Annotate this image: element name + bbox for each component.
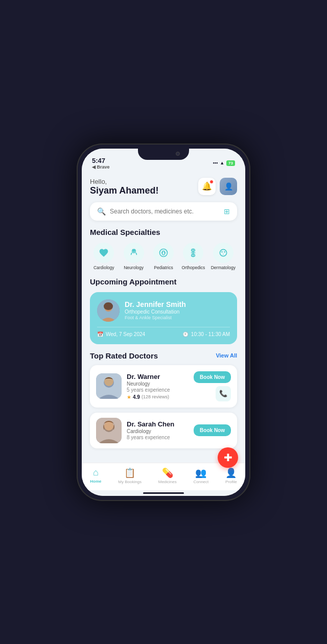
svg-point-6 — [165, 252, 166, 253]
profile-icon: 👤 — [225, 467, 237, 479]
filter-icon[interactable]: ⊞ — [224, 207, 230, 216]
greeting-text: Hello, — [90, 178, 158, 185]
bookings-icon: 📋 — [124, 467, 135, 479]
specialties-title: Medical Specialties — [90, 228, 237, 236]
doctor-sarah-experience: 8 years experience — [127, 435, 189, 440]
specialty-orthopedics[interactable]: Orthopedics — [179, 243, 207, 270]
svg-point-5 — [162, 252, 163, 253]
home-icon: ⌂ — [93, 467, 99, 478]
appointment-section: Upcoming Appointment — [90, 277, 237, 344]
main-content: Hello, Siyam Ahamed! 🔔 👤 🔍 ⊞ — [82, 172, 245, 463]
search-bar[interactable]: 🔍 ⊞ — [90, 202, 237, 221]
greeting-block: Hello, Siyam Ahamed! — [90, 178, 158, 196]
specialty-neurology[interactable]: Neurology — [120, 243, 147, 270]
specialty-dermatology[interactable]: Dermatology — [209, 243, 237, 270]
search-icon: 🔍 — [97, 207, 106, 216]
fab-button[interactable]: ✚ — [218, 447, 238, 468]
svg-point-11 — [224, 251, 225, 253]
specialty-cardiology[interactable]: Cardiology — [90, 243, 118, 270]
home-indicator — [82, 490, 245, 496]
cardiology-icon — [94, 243, 114, 263]
medicines-icon: 💊 — [162, 467, 173, 479]
appointment-title: Upcoming Appointment — [90, 277, 237, 286]
notification-button[interactable]: 🔔 — [198, 178, 216, 195]
header: Hello, Siyam Ahamed! 🔔 👤 — [90, 178, 237, 196]
connect-icon: 👥 — [195, 467, 206, 479]
book-warner-button[interactable]: Book Now — [194, 371, 231, 383]
doctor-warner-specialty: Neurology — [127, 381, 189, 387]
view-all-button[interactable]: View All — [216, 352, 237, 359]
doctor-warner-name: Dr. Warner — [127, 373, 189, 380]
doctor-warner-actions: Book Now 📞 — [194, 371, 231, 401]
wifi-icon: ▲ — [220, 160, 224, 165]
svg-point-9 — [220, 249, 226, 256]
svg-point-10 — [221, 251, 223, 253]
appointment-sub-specialty: Foot & Ankle Specialist — [125, 315, 186, 320]
nav-item-connect[interactable]: 👥 Connect — [193, 467, 208, 484]
doctor-sarah-avatar — [96, 418, 122, 443]
header-actions: 🔔 👤 — [198, 178, 237, 195]
top-doctors-section: Top Rated Doctors View All — [90, 351, 237, 448]
doctor-warner-rating-num: 4.9 — [133, 394, 140, 400]
signal-icon: ▪▪▪ — [213, 160, 218, 165]
specialties-row: Cardiology Neurology Pediatrics — [90, 243, 237, 270]
nav-bookings-label: My Bookings — [118, 480, 142, 484]
appointment-doctor-info: Dr. Jennifer Smith Orthopedic Consultati… — [125, 300, 186, 320]
status-left: 5:47 ◀ Brave — [92, 157, 110, 170]
nav-home-label: Home — [90, 479, 101, 484]
appointment-doctor-avatar-img — [97, 299, 120, 322]
doctor-warner-rating: ★ 4.9 (128 reviews) — [127, 394, 189, 400]
doctor-sarah-actions: Book Now — [194, 424, 231, 436]
bottom-navigation: ⌂ Home 📋 My Bookings 💊 Medicines 👥 Conne… — [82, 463, 245, 490]
specialty-pediatrics[interactable]: Pediatrics — [150, 243, 177, 270]
avatar-button[interactable]: 👤 — [220, 178, 237, 195]
status-time: 5:47 — [92, 157, 110, 164]
svg-point-3 — [134, 249, 135, 250]
doctor-warner-experience: 5 years experience — [127, 387, 189, 393]
clock-icon: 🕙 — [182, 331, 189, 337]
battery-indicator: 73 — [226, 160, 235, 166]
neurology-icon — [124, 243, 144, 263]
nav-item-profile[interactable]: 👤 Profile — [225, 467, 237, 484]
dermatology-icon — [213, 243, 233, 263]
specialties-section: Medical Specialties Cardiology Neurology — [90, 228, 237, 270]
appointment-card[interactable]: Dr. Jennifer Smith Orthopedic Consultati… — [90, 292, 237, 344]
dermatology-label: Dermatology — [211, 265, 236, 270]
svg-point-1 — [133, 250, 134, 252]
home-bar — [143, 492, 184, 494]
phone-screen: 5:47 ◀ Brave ▪▪▪ ▲ 73 Hello, Siyam Ahame… — [82, 149, 245, 496]
call-warner-button[interactable]: 📞 — [216, 386, 231, 401]
doctor-warner-info: Dr. Warner Neurology 5 years experience … — [127, 373, 189, 400]
doctor-sarah-name: Dr. Sarah Chen — [127, 420, 189, 428]
phone-frame: 5:47 ◀ Brave ▪▪▪ ▲ 73 Hello, Siyam Ahame… — [77, 144, 250, 501]
front-camera — [176, 152, 180, 156]
appointment-date: 📅 Wed, 7 Sep 2024 — [97, 331, 145, 337]
nav-item-bookings[interactable]: 📋 My Bookings — [118, 467, 142, 484]
doctor-warner-reviews: (128 reviews) — [142, 394, 169, 399]
appointment-doctor-name: Dr. Jennifer Smith — [125, 300, 186, 308]
book-sarah-button[interactable]: Book Now — [194, 424, 231, 436]
orthopedics-label: Orthopedics — [182, 265, 205, 270]
svg-point-4 — [160, 249, 168, 256]
doctor-warner-avatar — [96, 373, 122, 399]
doctor-sarah-info: Dr. Sarah Chen Cardiology 8 years experi… — [127, 420, 189, 440]
doctor-sarah-specialty: Cardiology — [127, 428, 189, 434]
search-input[interactable] — [110, 208, 220, 215]
notification-badge — [209, 180, 214, 184]
appointment-time: 🕙 10:30 - 11:30 AM — [182, 331, 230, 337]
user-name: Siyam Ahamed! — [90, 185, 158, 196]
nav-medicines-label: Medicines — [158, 480, 177, 484]
nav-item-home[interactable]: ⌂ Home — [90, 467, 101, 484]
top-doctors-header: Top Rated Doctors View All — [90, 351, 237, 360]
nav-profile-label: Profile — [225, 480, 237, 484]
nav-connect-label: Connect — [193, 480, 208, 484]
nav-item-medicines[interactable]: 💊 Medicines — [158, 467, 177, 484]
notch — [138, 149, 189, 160]
neurology-label: Neurology — [124, 265, 144, 270]
doctor-card-sarah[interactable]: Dr. Sarah Chen Cardiology 8 years experi… — [90, 413, 237, 448]
pediatrics-icon — [153, 243, 174, 263]
appointment-specialty: Orthopedic Consultation — [125, 309, 186, 315]
doctor-card-warner[interactable]: Dr. Warner Neurology 5 years experience … — [90, 365, 237, 408]
status-right: ▪▪▪ ▲ 73 — [213, 160, 235, 166]
calendar-icon: 📅 — [97, 331, 103, 337]
